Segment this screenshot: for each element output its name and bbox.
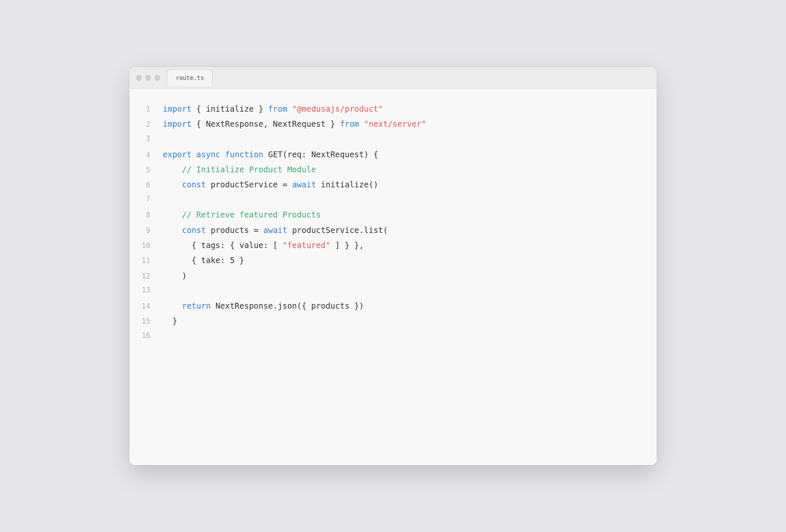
line-number: 8 [129, 209, 163, 221]
token-kw-blue: export [163, 150, 192, 159]
token-plain: ) [163, 271, 187, 280]
token-plain [163, 225, 182, 235]
token-plain: { take: 5 } [163, 256, 244, 265]
token-kw-blue: function [225, 150, 264, 159]
token-plain: ] } }, [330, 240, 364, 250]
token-kw-blue: const [182, 180, 206, 189]
token-kw-blue: async [196, 150, 220, 159]
token-kw-blue: const [182, 225, 206, 235]
code-content: export async function GET(req: NextReque… [163, 148, 657, 161]
line-number: 4 [129, 149, 163, 161]
token-comment-green: // Initialize Product Module [163, 165, 316, 174]
token-plain [287, 104, 292, 113]
line-number: 9 [129, 225, 163, 237]
token-plain: productService.list( [287, 225, 388, 235]
maximize-button[interactable] [154, 75, 160, 81]
code-line: 10 { tags: { value: [ "featured" ] } }, [129, 238, 657, 253]
tab-bar: route.ts [167, 67, 213, 88]
token-plain: products = [206, 225, 263, 235]
code-container: 1import { initialize } from "@medusajs/p… [129, 101, 657, 344]
code-line: 1import { initialize } from "@medusajs/p… [129, 101, 657, 116]
line-number: 1 [129, 103, 163, 115]
token-str-red: "featured" [283, 240, 330, 250]
line-number: 14 [129, 300, 163, 312]
token-plain [359, 119, 364, 128]
code-line: 14 return NextResponse.json({ products }… [129, 298, 657, 313]
code-line: 2import { NextResponse, NextRequest } fr… [129, 116, 657, 131]
title-bar: route.ts [129, 67, 657, 89]
code-content: const productService = await initialize(… [163, 178, 657, 191]
token-plain [192, 150, 196, 159]
code-content: return NextResponse.json({ products }) [163, 299, 657, 312]
code-line: 7 [129, 192, 657, 207]
code-content: ) [163, 269, 657, 282]
line-number: 16 [129, 330, 163, 342]
token-kw-blue: return [182, 301, 211, 310]
token-str-red: "next/server" [364, 119, 426, 128]
editor-area[interactable]: 1import { initialize } from "@medusajs/p… [129, 89, 657, 465]
line-number: 3 [129, 133, 163, 145]
line-number: 12 [129, 270, 163, 282]
code-content: // Initialize Product Module [163, 163, 657, 176]
token-plain: productService = [206, 180, 292, 189]
line-number: 6 [129, 179, 163, 191]
code-line: 11 { take: 5 } [129, 253, 657, 268]
code-line: 3 [129, 132, 657, 147]
token-plain: initialize() [316, 180, 378, 189]
token-kw-blue: from [268, 104, 288, 113]
close-button[interactable] [136, 75, 142, 81]
traffic-lights [136, 75, 160, 81]
line-number: 7 [129, 193, 163, 205]
line-number: 10 [129, 240, 163, 252]
token-plain: { tags: { value: [ [163, 240, 283, 250]
code-line: 12 ) [129, 268, 657, 283]
token-kw-blue: await [263, 225, 287, 235]
token-plain: { NextResponse, NextRequest } [192, 119, 340, 128]
minimize-button[interactable] [145, 75, 151, 81]
token-kw-blue: import [163, 119, 192, 128]
token-plain: { initialize } [192, 104, 268, 113]
line-number: 5 [129, 164, 163, 176]
token-plain: } [163, 316, 177, 325]
line-number: 2 [129, 118, 163, 130]
token-kw-blue: import [163, 104, 192, 113]
line-number: 15 [129, 315, 163, 327]
code-line: 15 } [129, 313, 657, 328]
code-line: 5 // Initialize Product Module [129, 162, 657, 177]
code-line: 6 const productService = await initializ… [129, 177, 657, 192]
code-content: { take: 5 } [163, 253, 657, 267]
line-number: 13 [129, 284, 163, 296]
token-plain [220, 150, 225, 159]
code-line: 9 const products = await productService.… [129, 223, 657, 238]
token-str-red: "@medusajs/product" [292, 104, 383, 113]
token-kw-blue: await [292, 180, 316, 189]
code-line: 13 [129, 283, 657, 298]
code-content: // Retrieve featured Products [163, 208, 657, 221]
code-content: import { NextResponse, NextRequest } fro… [163, 117, 657, 130]
code-line: 8 // Retrieve featured Products [129, 207, 657, 222]
token-plain: NextResponse.json({ products }) [211, 301, 364, 310]
token-comment-green: // Retrieve featured Products [163, 210, 321, 219]
token-plain: GET(req: NextRequest) { [263, 150, 378, 159]
code-content: import { initialize } from "@medusajs/pr… [163, 102, 657, 115]
code-editor-window: route.ts 1import { initialize } from "@m… [129, 67, 657, 465]
token-kw-blue: from [340, 119, 359, 128]
code-content: const products = await productService.li… [163, 223, 657, 237]
tab-route-ts[interactable]: route.ts [167, 69, 213, 86]
line-number: 11 [129, 255, 163, 267]
code-content: { tags: { value: [ "featured" ] } }, [163, 238, 657, 252]
code-line: 16 [129, 329, 657, 344]
code-line: 4export async function GET(req: NextRequ… [129, 147, 657, 162]
code-content: } [163, 314, 657, 327]
tab-label: route.ts [176, 74, 204, 81]
token-plain [163, 301, 182, 310]
token-plain [163, 180, 182, 189]
